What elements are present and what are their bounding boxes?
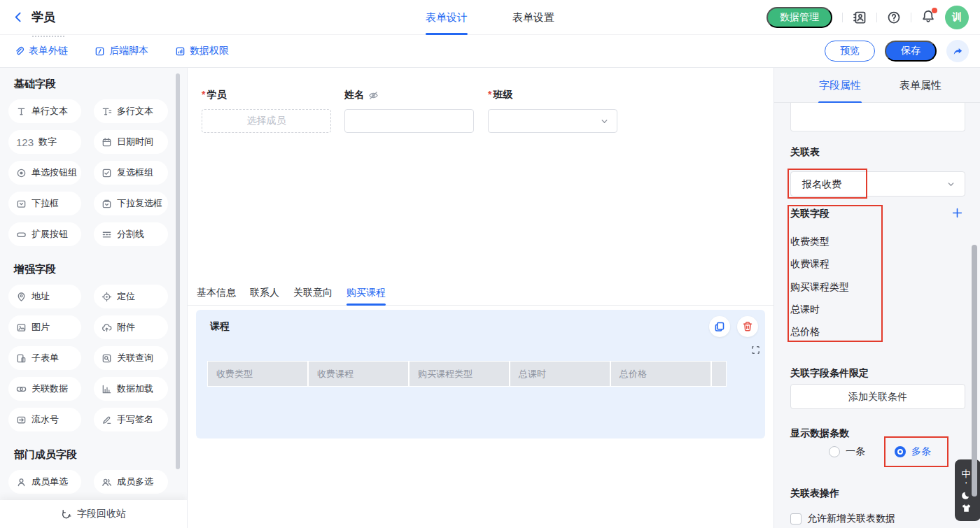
properties-scrollbar[interactable] <box>972 245 977 497</box>
section-title-enhanced-fields: 增强字段 <box>14 263 187 276</box>
class-select[interactable] <box>488 109 617 133</box>
related-data-subform-selected[interactable]: 课程 收费类型收费课程购买课程类型总课时总价格 <box>196 310 765 438</box>
related-field-item[interactable]: 收费类型 <box>790 236 830 248</box>
radio-option-multiple[interactable]: 多条 <box>895 445 931 458</box>
sidebar-field-item[interactable]: 成员单选 <box>8 470 81 494</box>
sidebar-field-item[interactable]: 数据加载 <box>94 377 168 401</box>
tab-form-properties[interactable]: 表单属性 <box>899 68 942 103</box>
avatar[interactable]: 训 <box>945 6 969 29</box>
related-field-item[interactable]: 总价格 <box>790 326 820 338</box>
canvas-tab[interactable]: 联系人 <box>250 281 279 305</box>
ime-chinese-mode[interactable]: 中 <box>962 468 971 480</box>
field-class[interactable]: 班级 <box>488 89 617 133</box>
tab-form-settings[interactable]: 表单设置 <box>512 0 554 35</box>
add-condition-button[interactable]: 添加关联条件 <box>790 384 965 409</box>
link-label: 表单外链 <box>29 45 68 57</box>
sidebar-field-item[interactable]: 123 数字 <box>8 130 81 154</box>
allow-add-related-data-checkbox[interactable]: 允许新增关联表数据 <box>790 513 895 525</box>
canvas-tab[interactable]: 购买课程 <box>346 281 386 305</box>
sidebar-field-item[interactable]: 关联查询 <box>94 346 168 370</box>
ime-punctuation[interactable]: ’ <box>965 483 967 488</box>
sidebar-field-item[interactable]: 单选按钮组 <box>8 161 81 185</box>
related-field-item[interactable]: 购买课程类型 <box>790 281 849 294</box>
field-label: 姓名 <box>344 89 364 101</box>
sidebar-field-item[interactable]: 下拉复选框 <box>94 192 168 215</box>
canvas-tab[interactable]: 关联意向 <box>293 281 332 305</box>
link-label: 数据权限 <box>190 45 229 57</box>
sidebar-scrollbar[interactable] <box>176 73 180 469</box>
subform-column-header[interactable]: 购买课程类型 <box>410 362 509 386</box>
related-field-item[interactable]: 收费课程 <box>790 258 830 271</box>
sidebar-field-item[interactable]: 手写签名 <box>94 408 168 431</box>
page-title: 学员 <box>31 9 55 25</box>
sidebar-field-item[interactable]: 日期时间 <box>94 130 168 154</box>
related-table-select[interactable]: 报名收费 <box>790 171 965 197</box>
sidebar-field-item[interactable]: 定位 <box>94 285 168 308</box>
help-icon[interactable] <box>887 10 901 24</box>
field-item-label: 下拉框 <box>31 197 59 210</box>
field-item-label: 定位 <box>117 290 135 303</box>
field-item-label: 附件 <box>117 321 135 334</box>
copy-field-button[interactable] <box>709 316 730 337</box>
sidebar-field-item[interactable]: 子表单 <box>8 346 81 370</box>
sidebar-field-item[interactable]: 复选框组 <box>94 161 168 185</box>
divider <box>842 13 843 22</box>
link-label: 后端脚本 <box>109 45 148 57</box>
preview-button[interactable]: 预览 <box>825 41 875 62</box>
notification-button[interactable] <box>921 9 935 26</box>
field-item-label: 关联数据 <box>31 383 68 395</box>
form-canvas: 学员 选择成员 姓名 班级 基本信息 <box>188 68 774 528</box>
field-item-label: 扩展按钮 <box>31 228 68 241</box>
shirt-icon[interactable] <box>961 503 972 513</box>
field-recycle-bin[interactable]: 字段回收站 <box>0 500 187 528</box>
tab-form-design[interactable]: 表单设计 <box>426 0 468 35</box>
subform-column-header[interactable]: 总课时 <box>510 362 610 386</box>
name-input[interactable] <box>344 109 474 133</box>
scrolled-input-remnant[interactable] <box>790 103 965 131</box>
radio-option-single[interactable]: 一条 <box>829 445 865 458</box>
related-field-item[interactable]: 总课时 <box>790 304 820 316</box>
share-button[interactable] <box>946 40 969 62</box>
backend-script-link[interactable]: 后端脚本 <box>94 45 148 57</box>
contacts-icon[interactable] <box>853 10 867 24</box>
sidebar-field-item[interactable]: 单行文本 <box>8 99 81 123</box>
expand-icon[interactable] <box>750 345 761 355</box>
canvas-tab[interactable]: 基本信息 <box>197 281 236 305</box>
form-external-link[interactable]: 表单外链 <box>14 45 68 57</box>
sidebar-field-item[interactable]: 图片 <box>8 315 81 339</box>
subform-column-header[interactable]: 收费类型 <box>208 362 307 386</box>
sidebar-field-item[interactable]: 关联数据 <box>8 377 81 401</box>
data-permission-link[interactable]: 数据权限 <box>175 45 229 57</box>
delete-field-button[interactable] <box>737 316 758 337</box>
member-picker[interactable]: 选择成员 <box>202 109 331 133</box>
field-item-label: 单行文本 <box>31 105 68 117</box>
subform-column-header[interactable]: 收费课程 <box>309 362 408 386</box>
sidebar-field-item[interactable]: 地址 <box>8 285 81 308</box>
sidebar-field-item[interactable]: 扩展按钮 <box>8 222 81 246</box>
sidebar-field-item[interactable]: 分割线 <box>94 222 168 246</box>
divider <box>876 13 877 22</box>
field-member[interactable]: 学员 选择成员 <box>202 89 331 133</box>
field-item-label: 关联查询 <box>117 352 153 364</box>
tab-field-properties[interactable]: 字段属性 <box>818 68 862 103</box>
sidebar-field-item[interactable]: 多行文本 <box>94 99 168 123</box>
save-button[interactable]: 保存 <box>885 41 937 62</box>
divider <box>911 13 911 22</box>
sidebar-field-item[interactable]: 成员多选 <box>94 470 168 494</box>
eye-off-icon <box>368 90 379 101</box>
add-related-field-button[interactable] <box>951 207 963 219</box>
sidebar-field-item[interactable]: 附件 <box>94 315 168 339</box>
sidebar-field-item[interactable]: 流水号 <box>8 408 81 431</box>
sidebar-field-item[interactable]: 下拉框 <box>8 192 81 215</box>
header-tabs: 表单设计 表单设置 <box>426 0 554 35</box>
checkbox-group-icon <box>102 168 112 178</box>
subform-column-header[interactable]: 总价格 <box>611 362 710 386</box>
share-icon <box>953 46 963 57</box>
title-dashed-underline <box>32 36 64 37</box>
data-manage-button[interactable]: 数据管理 <box>766 7 832 28</box>
back-button[interactable] <box>13 11 24 23</box>
field-name[interactable]: 姓名 <box>344 89 474 133</box>
field-label: 班级 <box>488 89 512 101</box>
moon-icon[interactable] <box>961 490 972 501</box>
select-field-icon <box>16 199 27 209</box>
